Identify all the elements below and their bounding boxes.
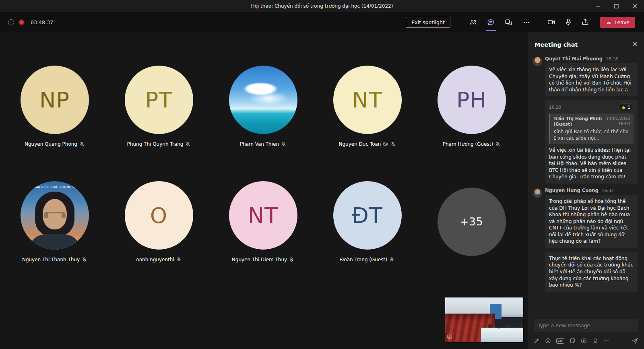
participant-tile[interactable]: PTPhung Thi Quynh Trang [107, 66, 211, 147]
thumbnail-table [481, 328, 523, 342]
more-options-icon[interactable] [522, 18, 531, 27]
mic-muted-icon [281, 141, 286, 147]
recording-indicator-icon [19, 20, 24, 25]
participant-tile[interactable]: Pham Van Thien [211, 66, 315, 147]
self-video-thumbnail[interactable] [445, 297, 524, 343]
stream-icon[interactable] [581, 338, 587, 344]
chat-message: 16:201Trần Thị Hồng Minh (Guest)14/01/20… [528, 100, 644, 184]
avatar [533, 188, 542, 198]
participant-name-row: Phạm Hương (Guest) [443, 140, 500, 147]
participant-name: Pham Van Thien [240, 141, 279, 147]
quote-timestamp: 14/01/202216:07 [606, 116, 630, 128]
message-text: Về việc xin tài liệu slides: Hiện tại bả… [549, 147, 634, 180]
chat-message-list[interactable]: Quyet Thi Mai Phuong16:18Về việc xin thô… [528, 54, 644, 316]
message-text: Về việc xin thông tin liên lạc với Chuyê… [549, 66, 634, 93]
chat-message-input[interactable] [534, 319, 638, 332]
message-time: 16:18 [606, 56, 618, 61]
chat-message-body: Quyet Thi Mai Phuong16:18Về việc xin thô… [545, 56, 638, 96]
chat-avatar-column [533, 188, 543, 248]
format-icon[interactable] [534, 338, 540, 344]
mic-icon[interactable] [564, 18, 573, 27]
message-meta: Nguyen Hung Cuong16:32 [545, 188, 638, 193]
chat-icon[interactable] [487, 18, 495, 27]
teams-meeting-window: Hội thảo: Chuyển đổi số trong trường đại… [0, 0, 644, 349]
message-author: Quyet Thi Mai Phuong [545, 56, 603, 62]
bubble-header: 16:201 [549, 103, 634, 111]
body [28, 234, 81, 250]
pin-icon [447, 333, 452, 341]
participant-name: Nguyen Duc Toan [339, 141, 381, 147]
close-icon[interactable] [625, 0, 644, 12]
chat-message-body: 16:201Trần Thị Hồng Minh (Guest)14/01/20… [545, 100, 638, 184]
maximize-icon[interactable] [607, 0, 625, 12]
message-time: 16:20 [549, 104, 561, 110]
chat-avatar-column [533, 100, 543, 184]
shield-icon [8, 19, 14, 25]
mic-muted-icon [79, 141, 85, 147]
participant-avatar: NT [229, 181, 297, 250]
reaction-count: 1 [627, 104, 630, 110]
participant-tile[interactable]: NTNguyen Thi Diem Thuy [211, 181, 315, 263]
reaction-badge[interactable]: 1 [618, 103, 634, 111]
message-bubble: Trong giải pháp số hóa tổng thể của ĐH T… [545, 195, 638, 248]
participant-tile[interactable]: NTNguyen Duc Toan [315, 66, 419, 147]
praise-icon[interactable] [592, 338, 598, 344]
titlebar: Hội thảo: Chuyển đổi số trong trường đại… [0, 0, 644, 12]
chat-header: Meeting chat [528, 32, 644, 54]
message-bubble: Thực tế triển khai các hoạt động chuyển … [545, 252, 638, 292]
share-icon[interactable] [581, 18, 590, 27]
quoted-message: Trần Thị Hồng Minh (Guest)14/01/202216:0… [549, 114, 634, 144]
toolbar-icon-group [469, 18, 531, 27]
mic-muted-icon [495, 141, 500, 147]
meeting-status: 03:48:37 [8, 19, 53, 25]
quote-date: 14/01/2022 [606, 116, 630, 122]
leave-button[interactable]: Leave [600, 17, 635, 28]
window-title: Hội thảo: Chuyển đổi số trong trường đại… [251, 3, 393, 9]
participant-avatar: PT [125, 66, 193, 134]
gif-icon[interactable]: GIF [556, 338, 564, 344]
participant-tile[interactable]: PHPhạm Hương (Guest) [419, 66, 524, 147]
participant-tile[interactable]: Ooanh.nguyenthi [107, 181, 211, 263]
photo-banner-text: DỤC TOÀN DIỆN, CHẤT LƯỢNG VÀ BÌNH [21, 186, 89, 189]
camera-icon[interactable] [547, 18, 556, 27]
participant-name: oanh.nguyenthi [136, 257, 174, 262]
chat-message-body: Nguyen Hung Cuong16:32Trong giải pháp số… [545, 188, 638, 248]
camera-off-icon [383, 141, 388, 147]
send-icon[interactable] [632, 337, 638, 344]
quote-text: Kính gửi Ban tổ chức, có thể cho E xin c… [553, 129, 630, 141]
thumbs-up-icon [621, 105, 626, 109]
message-meta: Quyet Thi Mai Phuong16:18 [545, 56, 638, 62]
exit-spotlight-button[interactable]: Exit spotlight [406, 17, 450, 28]
participant-name: Nguyen Quang Phong [25, 141, 77, 147]
message-text: Trong giải pháp số hóa tổng thể của ĐH T… [549, 198, 634, 245]
participant-name: Phạm Hương (Guest) [443, 141, 493, 147]
participant-name-row: Pham Van Thien [240, 140, 286, 147]
participant-avatar: ĐT [333, 181, 402, 250]
quote-time: 16:07 [606, 121, 630, 127]
more-compose-icon[interactable] [603, 338, 609, 344]
emoji-icon[interactable] [545, 338, 551, 344]
participant-tile[interactable]: NPNguyen Quang Phong [2, 66, 107, 147]
minimize-icon[interactable] [588, 0, 607, 12]
message-time: 16:32 [602, 188, 614, 193]
overflow-tile[interactable]: +35 [419, 181, 524, 263]
participant-avatar: O [125, 181, 193, 250]
chat-message: Quyet Thi Mai Phuong16:18Về việc xin thô… [528, 56, 644, 96]
participant-name: Nguyen Thi Thanh Thuy [22, 257, 80, 262]
message-author: Nguyen Hung Cuong [545, 188, 599, 193]
participants-icon[interactable] [469, 18, 478, 27]
participant-name-row: Nguyen Quang Phong [25, 140, 85, 147]
rooms-icon[interactable] [504, 18, 513, 27]
meeting-chat-panel: Meeting chat Quyet Thi Mai Phuong16:18Về… [528, 32, 644, 349]
chat-close-icon[interactable] [632, 41, 638, 48]
avatar [533, 57, 542, 66]
participant-tile[interactable]: ĐTĐoàn Trang (Guest) [315, 181, 419, 263]
participant-name: Đoàn Trang (Guest) [340, 257, 387, 262]
mic-muted-icon [289, 257, 294, 262]
participant-tile[interactable]: DỤC TOÀN DIỆN, CHẤT LƯỢNG VÀ BÌNHNguyen … [2, 181, 107, 263]
chat-title: Meeting chat [535, 41, 578, 48]
participant-name-row: Đoàn Trang (Guest) [340, 256, 394, 263]
window-controls [588, 0, 644, 12]
sticker-icon[interactable] [570, 338, 576, 344]
chat-avatar-column [533, 252, 543, 292]
